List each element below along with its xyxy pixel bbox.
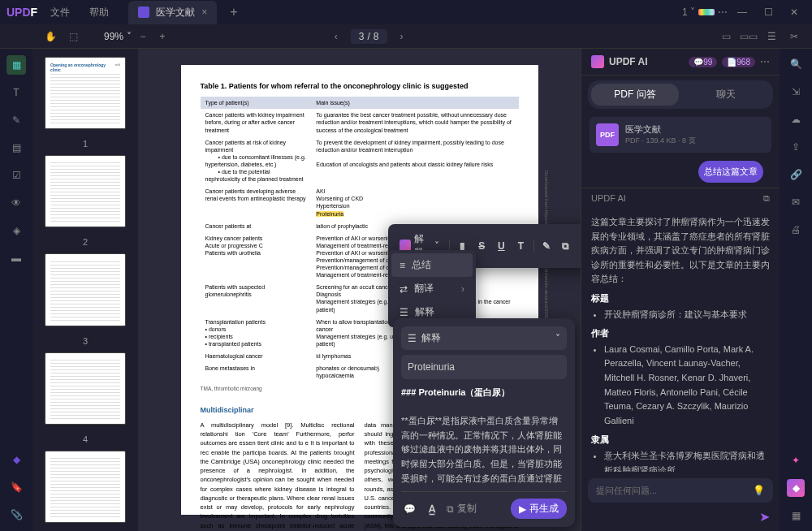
text-tool-icon[interactable]: T xyxy=(6,83,26,102)
thumbnail-4[interactable] xyxy=(45,352,126,425)
badge-1: 💬99 xyxy=(689,57,717,67)
ai-panel: UPDF AI 💬99 📄968 ⋯ PDF 问答 聊天 PDF 医学文献 PD… xyxy=(581,49,780,531)
ai-explain-panel: ☰解释˅ Proteinuria ### Proteinuria（蛋白尿） **… xyxy=(393,318,575,527)
link-icon[interactable]: 🔗 xyxy=(787,166,805,183)
ai-action-menu: ≡总结 ⇄翻译› ☰解释 xyxy=(388,250,476,327)
chevron-down-icon[interactable]: ˅ xyxy=(127,31,132,42)
thumbnail-2[interactable] xyxy=(45,155,126,227)
badge-2: 📄968 xyxy=(722,57,755,67)
document-tab[interactable]: 医学文献 × xyxy=(128,1,217,24)
tab-chat[interactable]: 聊天 xyxy=(682,84,770,106)
next-page-icon[interactable]: › xyxy=(394,28,410,45)
close-button[interactable]: ✕ xyxy=(783,4,806,20)
select-tool-icon[interactable]: ⬚ xyxy=(65,28,81,45)
theme-icon[interactable] xyxy=(698,9,715,15)
chat-icon[interactable]: 💬 xyxy=(401,501,417,517)
ai-logo-icon xyxy=(591,55,604,68)
redact-icon[interactable]: ▬ xyxy=(6,248,26,268)
comment-icon[interactable]: ✎ xyxy=(6,110,26,130)
thumb-label: 1 xyxy=(83,139,88,149)
settings-icon[interactable]: ◆ xyxy=(6,450,26,469)
send-button[interactable]: ➤ xyxy=(759,509,770,525)
crop-icon[interactable]: ✂ xyxy=(786,28,802,45)
pdf-file-icon: PDF xyxy=(596,123,619,146)
ai-summary-content: 这篇文章主要探讨了肿瘤肾病作为一个迅速发展的专业领域，其涵盖了癌症患者的所有肾脏… xyxy=(581,209,780,472)
ai-source-label: UPDF AI xyxy=(591,193,626,204)
text-format-icon[interactable]: A̲ xyxy=(424,501,440,517)
mode-selector[interactable]: ☰解释˅ xyxy=(401,326,567,350)
ai-question-input[interactable] xyxy=(596,486,748,495)
close-icon[interactable]: × xyxy=(201,6,207,18)
grid-icon[interactable]: ▦ xyxy=(787,507,805,525)
highlighted-term[interactable]: Proteinuria xyxy=(316,211,343,217)
menu-summarize[interactable]: ≡总结 xyxy=(391,253,473,277)
explanation-content: ### Proteinuria（蛋白尿） **蛋白尿**是指尿液中蛋白质含量异常… xyxy=(401,386,567,483)
minimize-button[interactable]: — xyxy=(731,4,754,20)
right-sidebar: 🔍 ⇲ ☁ ⇪ 🔗 ✉ 🖨 ✦ ◆ ▦ xyxy=(780,49,812,531)
print-icon[interactable]: 🖨 xyxy=(787,221,805,239)
email-icon[interactable]: ✉ xyxy=(787,193,805,211)
ocr-icon[interactable]: 👁 xyxy=(6,193,26,213)
text-icon[interactable]: T xyxy=(513,238,528,254)
more-icon[interactable]: ⋯ xyxy=(760,56,770,67)
pages-icon[interactable]: ▤ xyxy=(6,138,26,158)
copy-icon[interactable]: ⧉ xyxy=(559,238,573,254)
left-sidebar: ▦ T ✎ ▤ ☑ 👁 ◈ ▬ ◆ 🔖 📎 xyxy=(0,49,32,531)
lightbulb-icon[interactable]: 💡 xyxy=(753,485,765,496)
hand-tool-icon[interactable]: ✋ xyxy=(42,28,58,45)
thumbnail-1[interactable]: Opening an onconephrology clinicndt xyxy=(45,57,126,129)
thumb-label: 2 xyxy=(83,237,88,247)
document-viewport[interactable]: Downloaded from https://academic.oup.com… xyxy=(138,49,581,531)
view-single-icon[interactable]: ▭ xyxy=(718,28,734,45)
pdf-icon xyxy=(138,6,149,18)
underline-icon[interactable]: U xyxy=(494,238,508,254)
summarize-button[interactable]: 总结这篇文章 xyxy=(698,161,763,183)
thumb-label: 3 xyxy=(83,336,88,346)
search-icon[interactable]: 🔍 xyxy=(787,55,805,73)
regenerate-button[interactable]: ▶ 再生成 xyxy=(511,499,567,519)
thumb-label: 4 xyxy=(83,434,88,444)
add-tab-button[interactable]: + xyxy=(230,5,237,19)
thumbnail-5[interactable] xyxy=(45,451,126,523)
ai-panel-title: UPDF AI xyxy=(609,56,684,67)
attachment-icon[interactable]: 📎 xyxy=(6,505,26,525)
app-logo: UPDF xyxy=(6,6,37,19)
table-title: Table 1. Patients for whom referral to t… xyxy=(201,81,519,92)
bookmark-icon[interactable]: 🔖 xyxy=(6,477,26,497)
page-indicator[interactable]: 3/8 xyxy=(351,29,387,44)
menu-file[interactable]: 文件 xyxy=(44,2,76,23)
maximize-button[interactable]: ☐ xyxy=(757,4,780,20)
menu-translate[interactable]: ⇄翻译› xyxy=(391,277,473,300)
copy-all-icon[interactable]: ⧉ xyxy=(763,193,770,204)
thumbnail-3[interactable] xyxy=(45,253,126,326)
tab-title: 医学文献 xyxy=(156,6,195,19)
copy-button[interactable]: ⧉ 复制 xyxy=(447,502,477,516)
view-continuous-icon[interactable]: ☰ xyxy=(763,28,780,45)
more-icon[interactable]: ⋯ xyxy=(578,238,581,254)
thumbnails-icon[interactable]: ▦ xyxy=(6,55,26,75)
sparkle-icon[interactable]: ✦ xyxy=(787,451,805,469)
ai-toggle-icon[interactable]: ◆ xyxy=(787,479,805,497)
zoom-level[interactable]: 99% xyxy=(104,31,123,42)
term-input[interactable]: Proteinuria xyxy=(401,355,567,379)
thumbnail-panel: Opening an onconephrology clinicndt 1 2 … xyxy=(32,49,138,531)
export-icon[interactable]: ⇲ xyxy=(787,83,805,101)
prev-page-icon[interactable]: ‹ xyxy=(328,28,344,45)
share-icon[interactable]: ⇪ xyxy=(787,138,805,156)
menu-help[interactable]: 帮助 xyxy=(83,2,115,23)
more-icon[interactable]: ⋯ xyxy=(718,6,728,18)
cloud-icon[interactable]: ☁ xyxy=(787,110,805,128)
version-indicator[interactable]: 1 ˅ xyxy=(682,6,695,18)
toolbar: ✋ ⬚ 99% ˅ − + ‹ 3/8 › ▭ ▭▭ ☰ ✂ xyxy=(0,24,812,49)
form-icon[interactable]: ☑ xyxy=(6,166,26,185)
view-facing-icon[interactable]: ▭▭ xyxy=(741,28,757,45)
protect-icon[interactable]: ◈ xyxy=(6,221,26,240)
ai-input-box[interactable]: 💡 xyxy=(588,478,773,503)
tab-pdf-qa[interactable]: PDF 问答 xyxy=(591,84,679,106)
file-chip[interactable]: PDF 医学文献 PDF · 139.4 KB · 8 页 xyxy=(590,117,771,153)
titlebar: UPDF 文件 帮助 医学文献 × + 1 ˅ ⋯ — ☐ ✕ xyxy=(0,0,812,24)
zoom-out-icon[interactable]: − xyxy=(135,28,151,45)
note-icon[interactable]: ✎ xyxy=(538,238,553,254)
zoom-in-icon[interactable]: + xyxy=(154,28,171,45)
strikethrough-icon[interactable]: S xyxy=(474,238,489,254)
